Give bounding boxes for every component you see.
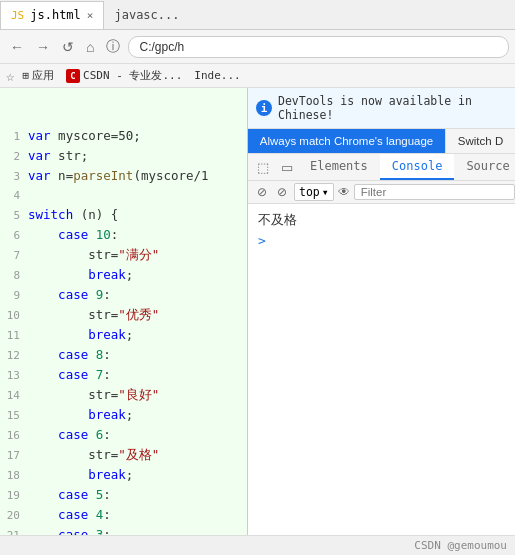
info-icon: ⓘ (102, 36, 124, 58)
address-bar[interactable] (128, 36, 509, 58)
line-content: str="满分" (28, 245, 247, 264)
top-context-dropdown[interactable]: top ▾ (294, 183, 334, 201)
csdn-logo: C (66, 69, 80, 83)
line-number: 17 (0, 446, 28, 465)
code-line: 6 case 10: (0, 225, 247, 245)
bookmark-csdn[interactable]: C CSDN - 专业发... (62, 67, 186, 84)
line-number: 11 (0, 326, 28, 345)
line-content: break; (28, 325, 247, 344)
line-number: 15 (0, 406, 28, 425)
console-caret[interactable]: > (258, 233, 505, 248)
tab-console[interactable]: Console (380, 154, 455, 180)
line-number: 14 (0, 386, 28, 405)
inspect-icon[interactable]: ⬚ (252, 157, 274, 178)
bookmark-index[interactable]: Inde... (190, 68, 244, 83)
line-number: 19 (0, 486, 28, 505)
bookmark-index-label: Inde... (194, 69, 240, 82)
clear-console-button[interactable]: ⊘ (254, 183, 270, 201)
line-number: 4 (0, 186, 28, 205)
code-line: 19 case 5: (0, 485, 247, 505)
line-content: str="优秀" (28, 305, 247, 324)
code-line: 2var str; (0, 146, 247, 166)
code-editor: 1var myscore=50;2var str;3var n=parseInt… (0, 88, 248, 535)
line-content: break; (28, 265, 247, 284)
code-line: 7 str="满分" (0, 245, 247, 265)
line-content: str="良好" (28, 385, 247, 404)
line-number: 7 (0, 246, 28, 265)
forward-button[interactable]: → (32, 37, 54, 57)
line-number: 20 (0, 506, 28, 525)
tab-close-button[interactable]: × (87, 9, 94, 22)
line-content: case 6: (28, 425, 247, 444)
tab2-label: javasc... (114, 8, 179, 22)
code-line: 8 break; (0, 265, 247, 285)
line-content: var str; (28, 146, 247, 165)
devtools-panel: i DevTools is now available in Chinese! … (248, 88, 515, 535)
code-line: 9 case 9: (0, 285, 247, 305)
line-content: case 5: (28, 485, 247, 504)
console-toolbar: ⊘ ⊘ top ▾ 👁 (248, 181, 515, 204)
tab-javasc[interactable]: javasc... (104, 1, 189, 29)
line-content: case 9: (28, 285, 247, 304)
code-line: 1var myscore=50; (0, 126, 247, 146)
line-number: 9 (0, 286, 28, 305)
switch-devtools-button[interactable]: Switch D (445, 129, 515, 153)
match-language-button[interactable]: Always match Chrome's language (248, 129, 445, 153)
csdn-credit-text: CSDN @gemoumou (414, 539, 507, 552)
bookmarks-toolbar: ☆ ⊞ 应用 C CSDN - 专业发... Inde... (0, 64, 515, 88)
refresh-button[interactable]: ↺ (58, 37, 78, 57)
tab-js-html[interactable]: JS js.html × (0, 1, 104, 29)
code-line: 5switch (n) { (0, 205, 247, 225)
line-number: 13 (0, 366, 28, 385)
line-number: 18 (0, 466, 28, 485)
bookmark-apps-label: 应用 (32, 68, 54, 83)
console-output-line: 不及格 (258, 210, 505, 231)
code-line: 14 str="良好" (0, 385, 247, 405)
line-number: 8 (0, 266, 28, 285)
devtools-notification: i DevTools is now available in Chinese! (248, 88, 515, 129)
code-lines: 1var myscore=50;2var str;3var n=parseInt… (0, 88, 247, 535)
bookmark-apps[interactable]: ⊞ 应用 (18, 67, 58, 84)
apps-icon: ⊞ (22, 69, 29, 82)
code-line: 15 break; (0, 405, 247, 425)
line-content: case 7: (28, 365, 247, 384)
line-number: 12 (0, 346, 28, 365)
line-number: 3 (0, 167, 28, 186)
console-filter-input[interactable] (354, 184, 515, 200)
home-button[interactable]: ⌂ (82, 37, 98, 57)
devtools-action-buttons: Always match Chrome's language Switch D (248, 129, 515, 154)
tab-source[interactable]: Source (454, 154, 515, 180)
code-line: 21 case 3: (0, 525, 247, 535)
code-line: 4 (0, 186, 247, 205)
line-number: 16 (0, 426, 28, 445)
dropdown-arrow-icon: ▾ (322, 185, 329, 199)
mobile-icon[interactable]: ▭ (276, 157, 298, 178)
line-content: case 8: (28, 345, 247, 364)
bookmark-csdn-label: CSDN - 专业发... (83, 68, 182, 83)
line-content: switch (n) { (28, 205, 247, 224)
devtools-tabs: ⬚ ▭ Elements Console Source (248, 154, 515, 181)
line-content: var n=parseInt(myscore/1 (28, 166, 247, 185)
tab-label: js.html (30, 8, 81, 22)
line-number: 5 (0, 206, 28, 225)
block-icon[interactable]: ⊘ (274, 183, 290, 201)
devtools-tab-icons: ⬚ ▭ (252, 154, 298, 180)
tab-elements[interactable]: Elements (298, 154, 380, 180)
code-line: 13 case 7: (0, 365, 247, 385)
top-label: top (299, 185, 320, 199)
bookmarks-star-icon: ☆ (6, 68, 14, 84)
code-line: 17 str="及格" (0, 445, 247, 465)
back-button[interactable]: ← (6, 37, 28, 57)
line-number: 2 (0, 147, 28, 166)
eye-icon[interactable]: 👁 (338, 185, 350, 199)
code-line: 11 break; (0, 325, 247, 345)
code-line: 16 case 6: (0, 425, 247, 445)
line-content: case 10: (28, 225, 247, 244)
info-icon: i (256, 100, 272, 116)
line-content: var myscore=50; (28, 126, 247, 145)
js-file-icon: JS (11, 9, 24, 22)
code-line: 10 str="优秀" (0, 305, 247, 325)
line-number: 21 (0, 526, 28, 535)
code-line: 18 break; (0, 465, 247, 485)
console-output: 不及格 > (248, 204, 515, 535)
